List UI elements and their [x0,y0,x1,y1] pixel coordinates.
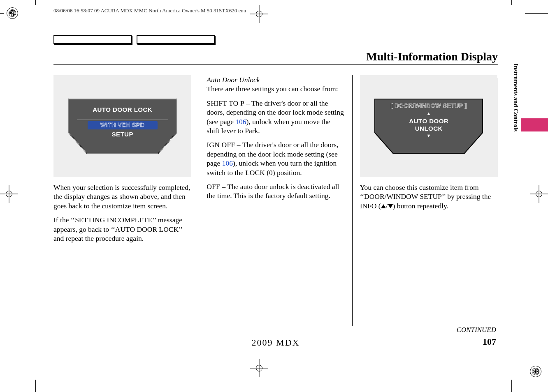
display-line-2: WITH VEH SPD [100,122,144,128]
display-line-3: UNLOCK [373,125,484,132]
crop-mark-icon [498,37,498,78]
section-color-tab [521,118,548,131]
display-line-1: AUTO DOOR LOCK [67,106,178,113]
registration-mark-icon [7,7,18,19]
down-triangle-icon [388,204,393,208]
option-paragraph: IGN OFF – The driver's door or all the d… [207,140,344,177]
crop-mark-icon [525,13,548,14]
model-year: 2009 MDX [252,337,300,348]
body-text: There are three settings you can choose … [207,84,344,93]
crop-mark-icon [512,380,512,392]
page-body: Multi-Information Display AUTO DOOR LOCK… [53,35,498,347]
column-2: Auto Door Unlock There are three setting… [199,75,352,326]
display-line-3: SETUP [67,130,178,138]
column-3: [ DOOR/WINDOW SETUP ] ▲ AUTO DOOR UNLOCK… [352,75,498,326]
crosshair-icon [530,185,548,203]
crosshair-icon [0,185,18,203]
display-line-1: [ DOOR/WINDOW SETUP ] [391,102,467,109]
placeholder-box [53,35,132,44]
display-line-2: AUTO DOOR [373,117,484,125]
up-triangle-icon [381,204,386,208]
content-columns: AUTO DOOR LOCK WITH VEH SPD SETUP When y… [53,75,498,326]
body-text: You can choose this customize item from … [360,183,498,210]
mid-display-figure: [ DOOR/WINDOW SETUP ] ▲ AUTO DOOR UNLOCK… [360,75,498,177]
crop-mark-icon [0,372,23,372]
crosshair-icon [250,359,268,377]
section-tab-label: Instruments and Controls [512,63,519,131]
print-header-meta: 08/06/06 16:58:07 09 ACURA MDX MMC North… [53,7,246,14]
crop-mark-icon [498,316,498,357]
continued-label: CONTINUED [53,326,498,334]
page-reference[interactable]: 106 [235,118,246,126]
page-footer: CONTINUED 107 2009 MDX [53,326,498,347]
body-text: If the ‘‘SETTING INCOMPLETE’’ message ap… [53,215,191,243]
page-title: Multi-Information Display [366,50,498,63]
crop-mark-icon [35,0,36,5]
registration-mark-icon [530,366,541,377]
title-row: Multi-Information Display [53,35,498,65]
option-paragraph: OFF – The auto door unlock is deactivate… [207,182,344,201]
subheading: Auto Door Unlock [207,75,344,84]
page-reference[interactable]: 106 [222,159,233,167]
up-triangle-icon: ▲ [373,111,484,116]
crop-mark-icon [544,372,548,372]
crosshair-icon [250,5,268,23]
down-triangle-icon: ▼ [373,133,484,138]
crop-mark-icon [0,13,4,14]
placeholder-box [137,35,215,44]
column-1: AUTO DOOR LOCK WITH VEH SPD SETUP When y… [53,75,199,326]
option-term: IGN OFF [207,141,235,149]
option-term: SHIFT TO P [207,99,244,107]
crop-mark-icon [512,0,512,5]
option-paragraph: SHIFT TO P – The driver's door or all th… [207,99,344,136]
crop-mark-icon [35,380,36,392]
body-text: When your selection is successfully comp… [53,183,191,210]
mid-display-figure: AUTO DOOR LOCK WITH VEH SPD SETUP [53,75,191,177]
option-term: OFF [207,182,220,191]
